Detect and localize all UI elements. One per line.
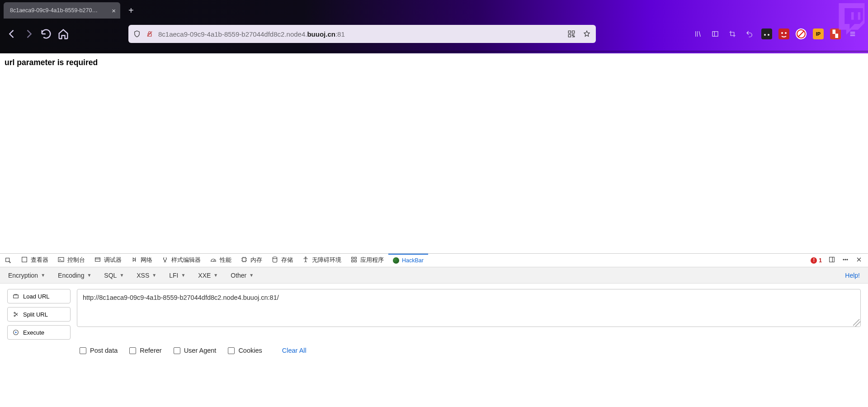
menu-lfi[interactable]: LFI▼ bbox=[169, 272, 185, 279]
address-bar[interactable]: 8c1aeca9-09c9-4a1b-8559-b27044dfd8c2.nod… bbox=[128, 25, 596, 43]
performance-icon bbox=[210, 256, 217, 265]
crop-icon[interactable] bbox=[727, 28, 738, 39]
bookmark-star-icon[interactable] bbox=[582, 29, 591, 38]
checkbox-referer-label: Referer bbox=[140, 347, 161, 354]
dock-side-icon[interactable] bbox=[828, 256, 835, 265]
sidebar-icon[interactable] bbox=[710, 28, 721, 39]
svg-rect-24 bbox=[352, 260, 354, 262]
forward-button[interactable] bbox=[23, 28, 35, 40]
extension-noscript-icon[interactable] bbox=[778, 28, 789, 39]
checkbox-cookies[interactable]: Cookies bbox=[228, 347, 262, 354]
tab-title: 8c1aeca9-09c9-4a1b-8559-b270… bbox=[10, 7, 108, 14]
close-devtools-icon[interactable] bbox=[855, 256, 863, 265]
hackbar-body: Load URL Split URL Execute bbox=[0, 284, 868, 347]
tab-storage[interactable]: 存储 bbox=[267, 254, 297, 267]
tab-performance-label: 性能 bbox=[220, 256, 231, 264]
network-icon bbox=[131, 256, 138, 265]
execute-icon bbox=[12, 329, 19, 336]
svg-rect-22 bbox=[352, 257, 354, 259]
checkbox-referer[interactable]: Referer bbox=[129, 347, 161, 354]
checkbox-post-data[interactable]: Post data bbox=[80, 347, 118, 354]
svg-point-6 bbox=[764, 34, 766, 36]
tab-performance[interactable]: 性能 bbox=[205, 254, 236, 267]
undo-icon[interactable] bbox=[744, 28, 755, 39]
menu-other-label: Other bbox=[231, 272, 246, 279]
chevron-down-icon: ▼ bbox=[41, 273, 45, 278]
extension-block-icon[interactable] bbox=[796, 28, 807, 39]
qr-icon[interactable] bbox=[567, 29, 576, 38]
insecure-lock-icon bbox=[146, 30, 154, 38]
menu-encoding[interactable]: Encoding▼ bbox=[58, 272, 91, 279]
home-button[interactable] bbox=[57, 28, 70, 40]
tab-application-label: 应用程序 bbox=[360, 256, 384, 264]
execute-button[interactable]: Execute bbox=[7, 325, 71, 340]
tab-storage-label: 存储 bbox=[281, 256, 293, 264]
hackbar-icon bbox=[393, 257, 399, 264]
load-url-button[interactable]: Load URL bbox=[7, 289, 71, 303]
tab-console-label: 控制台 bbox=[67, 256, 85, 264]
menu-xxe[interactable]: XXE▼ bbox=[198, 272, 218, 279]
menu-lfi-label: LFI bbox=[169, 272, 178, 279]
menu-encryption[interactable]: Encryption▼ bbox=[8, 272, 45, 279]
split-url-label: Split URL bbox=[23, 311, 48, 318]
more-options-icon[interactable] bbox=[842, 256, 849, 265]
checkbox-user-agent[interactable]: User Agent bbox=[174, 347, 217, 354]
back-button[interactable] bbox=[5, 28, 18, 40]
new-tab-button[interactable]: + bbox=[125, 4, 137, 18]
execute-label: Execute bbox=[23, 329, 44, 336]
style-editor-icon bbox=[161, 256, 169, 265]
nav-toolbar: 8c1aeca9-09c9-4a1b-8559-b27044dfd8c2.nod… bbox=[0, 21, 868, 47]
url-text: 8c1aeca9-09c9-4a1b-8559-b27044dfd8c2.nod… bbox=[158, 30, 562, 38]
svg-rect-1 bbox=[568, 31, 571, 33]
toolbar-extensions: IP ▚ bbox=[693, 28, 863, 39]
menu-encoding-label: Encoding bbox=[58, 272, 84, 279]
tab-inspector[interactable]: 查看器 bbox=[16, 254, 53, 267]
menu-sql[interactable]: SQL▼ bbox=[104, 272, 124, 279]
menu-xss-label: XSS bbox=[137, 272, 149, 279]
tab-hackbar[interactable]: HackBar bbox=[388, 254, 428, 267]
error-dot-icon: ! bbox=[811, 257, 817, 264]
svg-point-7 bbox=[768, 34, 769, 36]
tab-application[interactable]: 应用程序 bbox=[346, 254, 388, 267]
page-body-text: url parameter is required bbox=[5, 58, 863, 67]
error-count-badge[interactable]: ! 1 bbox=[811, 257, 822, 264]
tab-style-editor[interactable]: 样式编辑器 bbox=[157, 254, 205, 267]
tab-debugger-label: 调试器 bbox=[104, 256, 122, 264]
app-menu-icon[interactable] bbox=[847, 28, 858, 39]
checkbox-icon bbox=[174, 347, 180, 354]
svg-rect-17 bbox=[58, 257, 64, 261]
element-picker-icon[interactable] bbox=[0, 257, 16, 264]
browser-chrome: 8c1aeca9-09c9-4a1b-8559-b270… × + 8c1aec… bbox=[0, 0, 868, 53]
hackbar-help-link[interactable]: Help! bbox=[845, 272, 860, 279]
menu-sql-label: SQL bbox=[104, 272, 117, 279]
reload-button[interactable] bbox=[40, 28, 52, 40]
tab-memory-label: 内存 bbox=[250, 256, 262, 264]
browser-tab[interactable]: 8c1aeca9-09c9-4a1b-8559-b270… × bbox=[4, 2, 120, 19]
checkbox-post-data-label: Post data bbox=[90, 347, 118, 354]
extension-tampermonkey-icon[interactable] bbox=[761, 28, 772, 39]
hackbar-options-row: Post data Referer User Agent Cookies Cle… bbox=[0, 347, 868, 354]
library-icon[interactable] bbox=[693, 28, 703, 39]
tab-debugger[interactable]: 调试器 bbox=[90, 254, 126, 267]
checkbox-icon bbox=[80, 347, 86, 354]
tab-accessibility[interactable]: 无障碍环境 bbox=[297, 254, 346, 267]
tab-network[interactable]: 网络 bbox=[126, 254, 157, 267]
close-icon[interactable]: × bbox=[112, 7, 116, 14]
svg-point-33 bbox=[14, 315, 15, 317]
hackbar-url-input[interactable] bbox=[77, 289, 861, 327]
menu-other[interactable]: Other▼ bbox=[231, 272, 254, 279]
extension-flag-icon[interactable]: ▚ bbox=[830, 28, 841, 39]
menu-xss[interactable]: XSS▼ bbox=[137, 272, 156, 279]
svg-rect-25 bbox=[354, 260, 356, 262]
extension-ip-icon[interactable]: IP bbox=[813, 28, 824, 39]
tab-console[interactable]: 控制台 bbox=[53, 254, 90, 267]
url-suffix: :81 bbox=[335, 30, 345, 38]
load-url-label: Load URL bbox=[23, 293, 50, 300]
svg-rect-19 bbox=[242, 258, 246, 261]
chevron-down-icon: ▼ bbox=[249, 273, 254, 278]
split-url-icon bbox=[12, 311, 19, 318]
split-url-button[interactable]: Split URL bbox=[7, 307, 71, 322]
svg-point-8 bbox=[781, 32, 783, 34]
tab-memory[interactable]: 内存 bbox=[236, 254, 267, 267]
clear-all-link[interactable]: Clear All bbox=[282, 347, 307, 354]
